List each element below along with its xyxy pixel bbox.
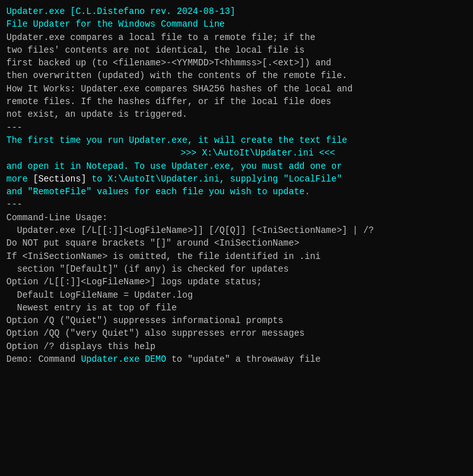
line-20-text: If <IniSectionName> is omitted, the file… [6, 251, 321, 261]
line-17-text: Command-Line Usage: [6, 213, 108, 223]
line-26: Option /QQ ("very Quiet") also suppresse… [6, 327, 467, 340]
line-13-text: and open it in Notepad. To use Updater.e… [6, 161, 342, 171]
line-10-text: --- [6, 122, 22, 133]
line-1: Updater.exe [C.L.Distefano rev. 2024-08-… [6, 5, 467, 18]
line-8: remote files. If the hashes differ, or i… [6, 95, 467, 108]
line-6-text: then overwritten (updated) with the cont… [6, 70, 347, 81]
line-16-text: --- [6, 199, 22, 209]
line-11-text: The first time you run Updater.exe, it w… [6, 135, 347, 145]
line-10: --- [6, 121, 467, 134]
line-28-text-b: to "update" a throwaway file [166, 354, 321, 364]
line-12-text: >>> X:\AutoIt\Updater.ini <<< [138, 148, 335, 158]
line-7-text: How It Works: Updater.exe compares SHA25… [6, 84, 353, 94]
line-21: section "[Default]" (if any) is checked … [6, 263, 467, 275]
line-14: more [Sections] to X:\AutoIt\Updater.ini… [6, 173, 467, 185]
line-18-text: Updater.exe [/L[[:]]<LogFileName>]] [/Q[… [6, 225, 374, 235]
line-24: Newest entry is at top of file [6, 301, 467, 314]
line-5: first backed up (to <filename>-<YYMMDD>T… [6, 56, 467, 69]
line-23-text: Default LogFileName = Updater.log [6, 290, 193, 300]
line-3-text: Updater.exe compares a local file to a r… [6, 32, 315, 43]
line-22: Option /L[[:]]<LogFileName>] logs update… [6, 275, 467, 288]
line-12: >>> X:\AutoIt\Updater.ini <<< [6, 147, 467, 159]
line-23: Default LogFileName = Updater.log [6, 289, 467, 301]
line-28-text-a: Demo: Command [6, 354, 81, 364]
line-3: Updater.exe compares a local file to a r… [6, 31, 467, 44]
line-15: and "RemoteFile" values for each file yo… [6, 185, 467, 198]
line-18: Updater.exe [/L[[:]]<LogFileName>]] [/Q[… [6, 224, 467, 237]
line-15-text: and "RemoteFile" values for each file yo… [6, 187, 310, 197]
line-11: The first time you run Updater.exe, it w… [6, 134, 467, 147]
line-4-text: two files' contents are not identical, t… [6, 45, 304, 55]
line-25-text: Option /Q ("Quiet") suppresses informati… [6, 315, 283, 326]
line-24-text: Newest entry is at top of file [6, 303, 177, 313]
line-4: two files' contents are not identical, t… [6, 44, 467, 56]
line-20: If <IniSectionName> is omitted, the file… [6, 250, 467, 263]
terminal-output: Updater.exe [C.L.Distefano rev. 2024-08-… [6, 5, 467, 366]
line-6: then overwritten (updated) with the cont… [6, 69, 467, 82]
line-14-text-b: to X:\AutoIt\Updater.ini, supplying "Loc… [86, 174, 342, 184]
line-28: Demo: Command Updater.exe DEMO to "updat… [6, 353, 467, 366]
line-19: Do NOT put square brackets "[]" around <… [6, 237, 467, 249]
line-5-text: first backed up (to <filename>-<YYMMDD>T… [6, 58, 331, 68]
line-19-text: Do NOT put square brackets "[]" around <… [6, 238, 299, 248]
line-14-text-a: more [6, 174, 33, 184]
line-2: File Updater for the Windows Command Lin… [6, 18, 467, 30]
line-2-text: File Updater for the Windows Command Lin… [6, 19, 224, 29]
line-9-text: not exist, an update is triggered. [6, 109, 188, 119]
line-7: How It Works: Updater.exe compares SHA25… [6, 83, 467, 95]
line-16: --- [6, 198, 467, 211]
line-9: not exist, an update is triggered. [6, 108, 467, 121]
line-21-text: section "[Default]" (if any) is checked … [6, 264, 288, 274]
line-22-text: Option /L[[:]]<LogFileName>] logs update… [6, 277, 262, 287]
line-1-text: Updater.exe [C.L.Distefano rev. 2024-08-… [6, 6, 235, 17]
line-27-text: Option /? displays this help [6, 341, 155, 352]
line-25: Option /Q ("Quiet") suppresses informati… [6, 314, 467, 327]
line-28-demo: Updater.exe DEMO [81, 354, 166, 364]
line-13: and open it in Notepad. To use Updater.e… [6, 160, 467, 173]
line-17: Command-Line Usage: [6, 211, 467, 224]
line-14-bold: [Sections] [33, 174, 86, 184]
line-27: Option /? displays this help [6, 340, 467, 353]
line-8-text: remote files. If the hashes differ, or i… [6, 96, 331, 107]
line-26-text: Option /QQ ("very Quiet") also suppresse… [6, 328, 304, 338]
